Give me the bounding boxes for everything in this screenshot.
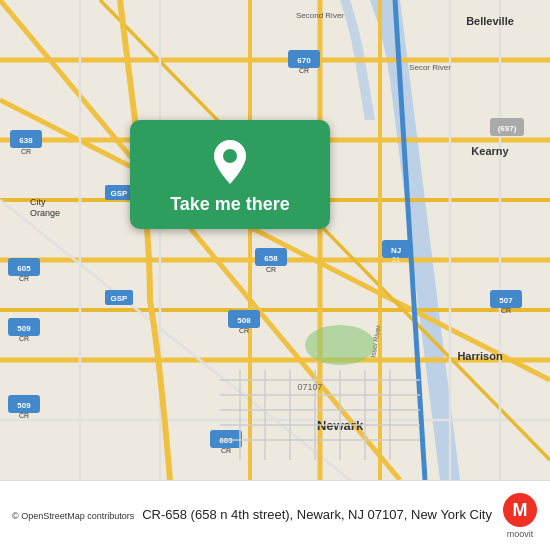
svg-text:658: 658 bbox=[264, 254, 278, 263]
svg-text:CR: CR bbox=[19, 412, 29, 419]
svg-text:GSP: GSP bbox=[111, 294, 129, 303]
svg-text:CR: CR bbox=[501, 307, 511, 314]
svg-text:Harrison: Harrison bbox=[457, 350, 503, 362]
address-text: CR-658 (658 n 4th street), Newark, NJ 07… bbox=[142, 506, 494, 524]
svg-text:CR: CR bbox=[21, 148, 31, 155]
svg-text:Kearny: Kearny bbox=[471, 145, 509, 157]
svg-text:CR: CR bbox=[299, 67, 309, 74]
svg-text:GSP: GSP bbox=[111, 189, 129, 198]
svg-text:(697): (697) bbox=[498, 124, 517, 133]
moovit-logo: M moovit bbox=[502, 492, 538, 539]
svg-text:CR: CR bbox=[239, 327, 249, 334]
svg-text:07107: 07107 bbox=[297, 382, 322, 392]
svg-text:508: 508 bbox=[237, 316, 251, 325]
svg-point-66 bbox=[305, 325, 375, 365]
svg-text:Secor River: Secor River bbox=[409, 63, 451, 72]
svg-text:CR: CR bbox=[221, 447, 231, 454]
svg-text:CR: CR bbox=[19, 275, 29, 282]
svg-text:605: 605 bbox=[17, 264, 31, 273]
svg-text:CR: CR bbox=[19, 335, 29, 342]
map-container: 638 CR GSP 670 CR (697) 658 CR NJ 21 605… bbox=[0, 0, 550, 480]
moovit-label: moovit bbox=[507, 529, 534, 539]
svg-text:Orange: Orange bbox=[30, 208, 60, 218]
map-pin-icon bbox=[210, 138, 250, 186]
bottom-bar: © OpenStreetMap contributors CR-658 (658… bbox=[0, 480, 550, 550]
svg-text:507: 507 bbox=[499, 296, 513, 305]
svg-text:City: City bbox=[30, 197, 46, 207]
svg-text:509: 509 bbox=[17, 324, 31, 333]
svg-text:Belleville: Belleville bbox=[466, 15, 514, 27]
svg-text:CR: CR bbox=[266, 266, 276, 273]
take-me-there-button[interactable]: Take me there bbox=[130, 120, 330, 229]
svg-text:M: M bbox=[513, 500, 528, 520]
svg-text:670: 670 bbox=[297, 56, 311, 65]
svg-text:509: 509 bbox=[17, 401, 31, 410]
take-me-there-label: Take me there bbox=[170, 194, 290, 215]
map-background: 638 CR GSP 670 CR (697) 658 CR NJ 21 605… bbox=[0, 0, 550, 480]
svg-point-81 bbox=[223, 149, 237, 163]
svg-text:Second River: Second River bbox=[296, 11, 344, 20]
osm-attribution: © OpenStreetMap contributors bbox=[12, 511, 134, 521]
svg-text:21: 21 bbox=[392, 256, 400, 263]
svg-text:NJ: NJ bbox=[391, 246, 401, 255]
svg-text:638: 638 bbox=[19, 136, 33, 145]
moovit-icon: M bbox=[502, 492, 538, 528]
